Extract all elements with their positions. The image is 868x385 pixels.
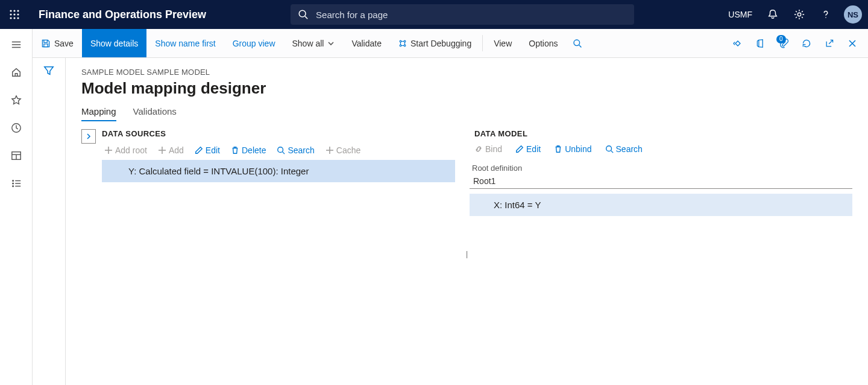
search-icon bbox=[605, 145, 614, 153]
svg-point-4 bbox=[13, 13, 15, 15]
svg-point-20 bbox=[12, 180, 13, 182]
chevron-down-icon bbox=[327, 40, 335, 47]
actionbar-search[interactable] bbox=[567, 29, 588, 58]
search-icon bbox=[277, 146, 285, 154]
data-sources-toolbar: Add root Add Edit bbox=[102, 142, 455, 160]
bind-button[interactable]: Bind bbox=[474, 144, 502, 154]
plus-icon bbox=[104, 146, 113, 154]
search-icon bbox=[573, 39, 582, 48]
help-button[interactable] bbox=[814, 0, 838, 29]
nav-modules[interactable] bbox=[3, 170, 30, 197]
nav-hamburger[interactable] bbox=[3, 31, 30, 58]
notifications-button[interactable] bbox=[761, 0, 785, 29]
data-model-heading: DATA MODEL bbox=[474, 129, 852, 138]
trash-icon bbox=[231, 146, 239, 154]
svg-point-30 bbox=[404, 45, 406, 46]
group-view-button[interactable]: Group view bbox=[224, 29, 284, 57]
link-icon bbox=[474, 145, 483, 153]
nav-home[interactable] bbox=[3, 59, 30, 86]
link-button[interactable] bbox=[727, 29, 749, 58]
edit-button[interactable]: Edit bbox=[195, 145, 220, 155]
chevron-right-icon bbox=[86, 133, 92, 139]
avatar[interactable]: NS bbox=[844, 5, 862, 24]
cache-button[interactable]: Cache bbox=[326, 145, 360, 155]
bell-icon bbox=[767, 9, 778, 20]
attachments-button[interactable]: 0 bbox=[773, 29, 794, 58]
start-debugging-button[interactable]: Start Debugging bbox=[390, 29, 480, 57]
svg-point-24 bbox=[12, 186, 13, 187]
data-model-row[interactable]: X: Int64 = Y bbox=[470, 194, 852, 216]
show-all-dropdown[interactable]: Show all bbox=[284, 29, 344, 57]
office-button[interactable] bbox=[750, 29, 772, 58]
svg-rect-26 bbox=[44, 43, 48, 46]
data-sources-panel: DATA SOURCES Add root Add bbox=[81, 129, 455, 385]
svg-point-43 bbox=[278, 147, 283, 153]
delete-button[interactable]: Delete bbox=[231, 145, 266, 155]
nav-rail bbox=[0, 29, 33, 385]
validate-button[interactable]: Validate bbox=[343, 29, 390, 57]
home-icon bbox=[11, 67, 22, 78]
close-button[interactable] bbox=[841, 29, 863, 58]
dm-search-button[interactable]: Search bbox=[605, 144, 643, 154]
add-button[interactable]: Add bbox=[158, 145, 184, 155]
company-code[interactable]: USMF bbox=[722, 0, 758, 29]
show-all-label: Show all bbox=[292, 39, 324, 48]
settings-button[interactable] bbox=[787, 0, 811, 29]
svg-point-2 bbox=[17, 10, 19, 11]
column-splitter[interactable]: || bbox=[466, 252, 470, 263]
star-icon bbox=[11, 95, 22, 106]
tab-strip: Mapping Validations bbox=[81, 106, 852, 122]
options-menu[interactable]: Options bbox=[520, 29, 566, 57]
trash-icon bbox=[554, 145, 562, 153]
page-title: Model mapping designer bbox=[81, 79, 852, 98]
app-title: Finance and Operations Preview bbox=[29, 8, 206, 21]
root-definition-value[interactable]: Root1 bbox=[470, 174, 852, 189]
collapse-data-source-types[interactable] bbox=[81, 129, 96, 144]
tab-mapping[interactable]: Mapping bbox=[81, 106, 116, 121]
popout-button[interactable] bbox=[819, 29, 840, 58]
hamburger-icon bbox=[11, 39, 22, 50]
refresh-button[interactable] bbox=[796, 29, 817, 58]
tab-validations[interactable]: Validations bbox=[133, 106, 177, 121]
options-label: Options bbox=[529, 39, 558, 48]
svg-line-44 bbox=[283, 152, 285, 154]
show-name-first-button[interactable]: Show name first bbox=[146, 29, 224, 57]
titlebar: Finance and Operations Preview USMF NS bbox=[0, 0, 868, 29]
data-model-toolbar: Bind Edit Unbind bbox=[470, 142, 852, 158]
data-source-row[interactable]: Y: Calculated field = INTVALUE(100): Int… bbox=[102, 160, 455, 182]
add-root-button[interactable]: Add root bbox=[104, 145, 147, 155]
view-label: View bbox=[494, 39, 512, 48]
app-launcher-button[interactable] bbox=[0, 0, 29, 29]
svg-line-48 bbox=[611, 151, 613, 153]
global-search[interactable] bbox=[291, 4, 634, 25]
svg-point-8 bbox=[17, 17, 19, 19]
data-sources-heading: DATA SOURCES bbox=[102, 129, 455, 138]
view-menu[interactable]: View bbox=[485, 29, 520, 57]
filter-button[interactable] bbox=[43, 65, 54, 385]
nav-recent[interactable] bbox=[3, 115, 30, 141]
breadcrumb: SAMPLE MODEL SAMPLE MODEL bbox=[81, 68, 852, 77]
nav-workspaces[interactable] bbox=[3, 142, 30, 169]
ds-search-button[interactable]: Search bbox=[277, 145, 314, 155]
office-icon bbox=[756, 39, 766, 48]
svg-point-29 bbox=[400, 45, 401, 46]
start-debugging-label: Start Debugging bbox=[410, 39, 471, 48]
unbind-button[interactable]: Unbind bbox=[554, 144, 591, 154]
close-icon bbox=[848, 39, 857, 48]
filter-rail bbox=[33, 58, 66, 385]
svg-point-6 bbox=[10, 17, 11, 19]
filter-icon bbox=[43, 65, 54, 76]
popout-icon bbox=[825, 39, 834, 48]
save-icon bbox=[41, 39, 51, 48]
show-details-label: Show details bbox=[90, 39, 138, 48]
dm-edit-button[interactable]: Edit bbox=[515, 144, 541, 154]
data-model-panel: DATA MODEL Bind Edit bbox=[470, 129, 852, 385]
root-definition-label: Root definition bbox=[472, 164, 852, 173]
global-search-input[interactable] bbox=[315, 9, 627, 21]
svg-line-10 bbox=[305, 16, 307, 19]
save-button[interactable]: Save bbox=[33, 29, 82, 57]
plus-icon bbox=[326, 146, 334, 154]
svg-point-11 bbox=[797, 13, 800, 16]
nav-favorites[interactable] bbox=[3, 87, 30, 113]
show-details-button[interactable]: Show details bbox=[82, 29, 146, 57]
